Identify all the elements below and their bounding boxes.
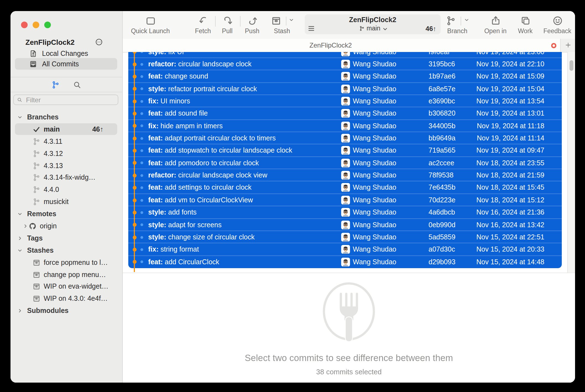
widget-branch[interactable]: main (305, 25, 441, 32)
widget-repo-title: ZenFlipClock2 (305, 16, 441, 24)
commit-author: Wang Shudao (353, 132, 396, 145)
quick-launch-icon (145, 15, 156, 26)
commit-hash: d29b093 (429, 256, 455, 268)
commit-author: Wang Shudao (353, 120, 396, 132)
git-branch-icon (32, 137, 41, 146)
selection-count: 38 commits selected (123, 367, 575, 376)
commit-date: Nov 19, 2024 at 11:14 (477, 132, 544, 145)
ellipsis-circle-icon[interactable] (95, 38, 103, 46)
commit-row[interactable]: feat: adapt portrait circular clock to t… (128, 132, 562, 145)
close-window-button[interactable] (21, 22, 28, 28)
search-tab-icon[interactable] (72, 80, 82, 89)
sidebar-branch-4.3.11[interactable]: 4.3.11 (11, 135, 122, 148)
graph-node-icon (132, 198, 136, 202)
commit-hash: a07d30c (429, 243, 455, 256)
graph-lane-dot-icon (140, 112, 143, 115)
filter-input[interactable] (25, 95, 115, 104)
graph-node-icon (132, 124, 136, 128)
graph-node-icon (132, 235, 136, 239)
author-avatar (341, 134, 350, 143)
local-changes-label: Local Changes (42, 49, 88, 57)
section-label: Tags (27, 234, 43, 242)
sidebar-branch-4.3.13[interactable]: 4.3.13 (11, 160, 122, 172)
sidebar-remote-origin[interactable]: origin (11, 220, 122, 232)
new-tab-button[interactable] (560, 39, 575, 52)
sidebar-divider2 (11, 92, 122, 92)
sidebar-stash-item[interactable]: WIP on 4.3.0: 4e4f… (11, 293, 122, 305)
branches-tab-icon[interactable] (51, 80, 60, 89)
sidebar-branch-4.3.14-fix-widg…[interactable]: 4.3.14-fix-widg… (11, 172, 122, 184)
author-avatar (341, 171, 350, 180)
commit-row[interactable]: feat: add sound fileWang Shudaob306820No… (128, 108, 562, 120)
commit-row[interactable]: fix: UI minorsWang Shudaoe3690bcNov 19, … (128, 95, 562, 108)
author-avatar (341, 220, 350, 229)
commit-row[interactable]: style: add fontsWang Shudao4a6dbcbNov 16… (128, 206, 562, 219)
branch-button[interactable]: Branch (437, 14, 477, 34)
sidebar-stash-item[interactable]: change pop menu… (11, 268, 122, 281)
graph-lane-dot-icon (140, 100, 143, 103)
minimize-window-button[interactable] (33, 22, 39, 28)
repo-widget[interactable]: ZenFlipClock2 main 46↑ (305, 14, 441, 34)
commit-row[interactable]: style: adapt for screensWang Shudao0eb99… (128, 219, 562, 231)
commit-row[interactable]: feat: add CircularClockWang Shudaod29b09… (128, 256, 562, 268)
commit-date: Nov 18, 2024 at 15:45 (476, 182, 544, 194)
commit-row[interactable]: feat: add settings to circular clockWang… (128, 182, 562, 194)
share-icon (490, 15, 501, 26)
commit-row[interactable]: feat: add vm to CircularClockViewWang Sh… (128, 194, 562, 207)
filter-field[interactable] (13, 95, 118, 105)
tab-repo[interactable]: ZenFlipClock2 (123, 39, 539, 52)
graph-lane-dot-icon (140, 125, 143, 127)
graph-lane-dot-icon (140, 199, 143, 202)
commit-row[interactable]: feat: add pomodoro to circular clockWang… (128, 157, 562, 169)
feedback-button[interactable]: Feedback (537, 14, 575, 34)
branch-dropdown-chevron-icon[interactable] (464, 17, 469, 23)
sidebar-item-all-commits[interactable]: All Commits (11, 58, 122, 70)
stash-label: Stash (262, 28, 302, 34)
zoom-window-button[interactable] (44, 22, 51, 28)
commit-message: feat: adapt portrait circular clock to t… (148, 132, 276, 145)
commit-row[interactable]: style: change size of circular clockWang… (128, 231, 562, 244)
stash-dropdown-chevron-icon[interactable] (289, 17, 294, 23)
sidebar-stash-item[interactable]: force popmenu to l… (11, 256, 122, 268)
sidebar-branch-main[interactable]: main46↑ (11, 123, 122, 135)
commit-row[interactable]: fix: hide ampm in timersWang Shudao34400… (128, 120, 562, 132)
sidebar-section-stashes[interactable]: Stashes (11, 244, 122, 257)
commit-row[interactable]: feat: add stopwatch to circular landscap… (128, 145, 562, 157)
stash-button[interactable]: Stash (262, 14, 302, 34)
sidebar-stash-item[interactable]: WIP on eva-widget… (11, 281, 122, 293)
commit-row[interactable]: style: refactor portrait circular clockW… (128, 83, 562, 95)
commit-author: Wang Shudao (353, 95, 396, 108)
commit-row[interactable]: style: fix UIWang Shudaof9f6eafNov 19, 2… (128, 52, 562, 58)
quick-launch-button[interactable]: Quick Launch (130, 14, 170, 34)
checkmark-icon (32, 125, 41, 134)
commit-row[interactable]: refactor: circular landscape clockWang S… (128, 58, 562, 70)
author-avatar (341, 245, 350, 254)
commit-date: Nov 19, 2024 at 13:01 (476, 108, 544, 120)
commit-hash: 5ad5859 (429, 231, 455, 244)
sidebar-section-remotes[interactable]: Remotes (11, 208, 122, 220)
commit-row[interactable]: refactor: circular landscape clock viewW… (128, 169, 562, 182)
sidebar-section-tags[interactable]: Tags (11, 232, 122, 244)
commit-message: feat: add sound file (148, 108, 208, 120)
commit-hash: 0eb990d (429, 219, 455, 231)
commit-author: Wang Shudao (353, 70, 396, 83)
commit-message: fix: UI minors (148, 95, 190, 108)
sidebar-item-local-changes[interactable]: Local Changes (11, 48, 122, 59)
stash-label: force popmenu to l… (44, 258, 108, 266)
scrollbar-thumb[interactable] (569, 60, 573, 71)
scrollbar-track[interactable] (567, 52, 575, 272)
sidebar-branch-4.3.12[interactable]: 4.3.12 (11, 147, 122, 160)
commit-row[interactable]: feat: change soundWang Shudao1b97ae6Nov … (128, 70, 562, 83)
widget-branch-name: main (367, 25, 380, 32)
git-branch-icon (32, 197, 41, 206)
graph-lane-dot-icon (140, 248, 143, 251)
chevron-down-icon (17, 211, 23, 217)
commit-row[interactable]: fix: string formatWang Shudaoa07d30cNov … (128, 243, 562, 256)
sidebar-section-branches[interactable]: Branches (11, 111, 122, 123)
sidebar-branch-4.4.0[interactable]: 4.4.0 (11, 184, 122, 196)
sidebar-branch-musickit[interactable]: musickit (11, 196, 122, 208)
commit-date: Nov 18, 2024 at 15:12 (476, 194, 544, 207)
commit-date: Nov 15, 2024 at 20:33 (476, 243, 544, 256)
sidebar-section-submodules[interactable]: Submodules (11, 305, 122, 317)
chevron-down-icon (17, 114, 23, 120)
